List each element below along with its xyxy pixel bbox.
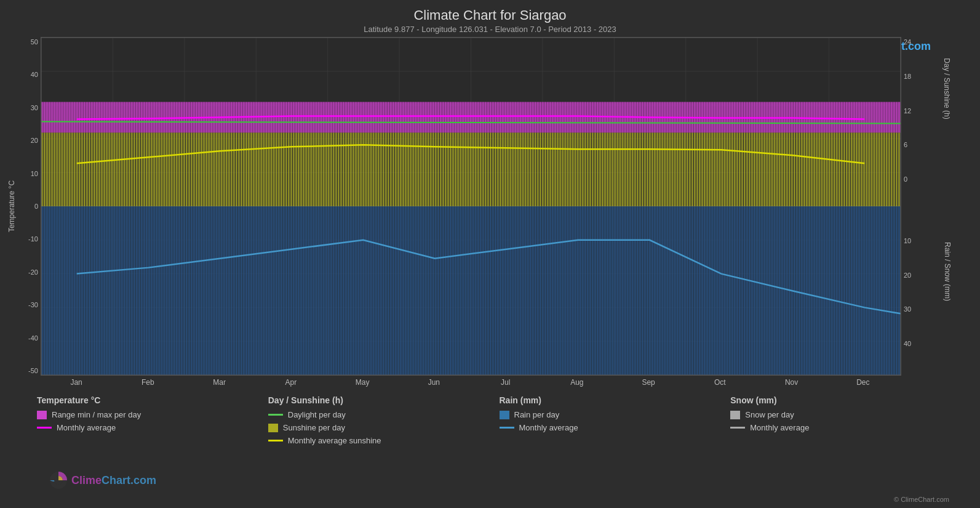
logo-bottom-left: ClimeChart.com bbox=[49, 471, 156, 490]
x-axis: Jan Feb Mar Apr May Jun Jul Aug Sep Oct … bbox=[41, 378, 899, 387]
legend-sunshine: Day / Sunshine (h) Daylight per day Suns… bbox=[268, 395, 500, 449]
month-may: May bbox=[327, 378, 398, 387]
svg-rect-32 bbox=[41, 206, 901, 375]
chart-title: Climate Chart for Siargao bbox=[0, 7, 980, 23]
month-sep: Sep bbox=[613, 378, 684, 387]
logo-icon-bottom bbox=[49, 471, 68, 490]
chart-svg bbox=[41, 38, 901, 375]
daylight-line bbox=[268, 414, 283, 416]
right-axis-rain-label: Rain / Snow (mm) bbox=[943, 242, 952, 301]
month-mar: Mar bbox=[184, 378, 255, 387]
chart-area bbox=[41, 37, 901, 376]
month-feb: Feb bbox=[112, 378, 183, 387]
legend-snow: Snow (mm) Snow per day Monthly average bbox=[730, 395, 962, 449]
legend-temperature: Temperature °C Range min / max per day M… bbox=[37, 395, 268, 449]
sunshine-avg-line bbox=[268, 440, 283, 441]
legend-temp-avg: Monthly average bbox=[37, 423, 268, 432]
month-jun: Jun bbox=[398, 378, 469, 387]
rain-swatch bbox=[500, 411, 509, 419]
month-nov: Nov bbox=[756, 378, 827, 387]
legend-rain-title: Rain (mm) bbox=[500, 395, 731, 405]
month-apr: Apr bbox=[255, 378, 327, 387]
legend-temp-range: Range min / max per day bbox=[37, 410, 268, 419]
month-jul: Jul bbox=[470, 378, 541, 387]
temp-avg-line bbox=[37, 427, 52, 429]
legend-sunshine-title: Day / Sunshine (h) bbox=[268, 395, 500, 405]
y-axis-left-label: Temperature °C bbox=[7, 180, 16, 232]
title-area: Climate Chart for Siargao Latitude 9.877… bbox=[0, 0, 980, 34]
temp-range-swatch bbox=[37, 411, 47, 419]
sunshine-swatch bbox=[268, 424, 278, 432]
snow-avg-line bbox=[730, 427, 745, 429]
legend-temp-title: Temperature °C bbox=[37, 395, 268, 405]
right-axis-sunshine-label: Day / Sunshine (h) bbox=[942, 58, 950, 119]
legend-snow-title: Snow (mm) bbox=[730, 395, 962, 405]
month-dec: Dec bbox=[827, 378, 899, 387]
logo-text-bottom: ClimeChart.com bbox=[71, 474, 156, 487]
main-container: Climate Chart for Siargao Latitude 9.877… bbox=[0, 0, 980, 508]
legend-area: Temperature °C Range min / max per day M… bbox=[37, 395, 962, 449]
month-jan: Jan bbox=[41, 378, 112, 387]
rain-avg-line bbox=[500, 427, 514, 429]
snow-swatch bbox=[730, 411, 740, 419]
copyright: © ClimeChart.com bbox=[894, 496, 949, 503]
month-oct: Oct bbox=[684, 378, 755, 387]
chart-subtitle: Latitude 9.877 - Longitude 126.031 - Ele… bbox=[0, 25, 980, 34]
legend-rain: Rain (mm) Rain per day Monthly average bbox=[500, 395, 731, 449]
month-aug: Aug bbox=[541, 378, 613, 387]
